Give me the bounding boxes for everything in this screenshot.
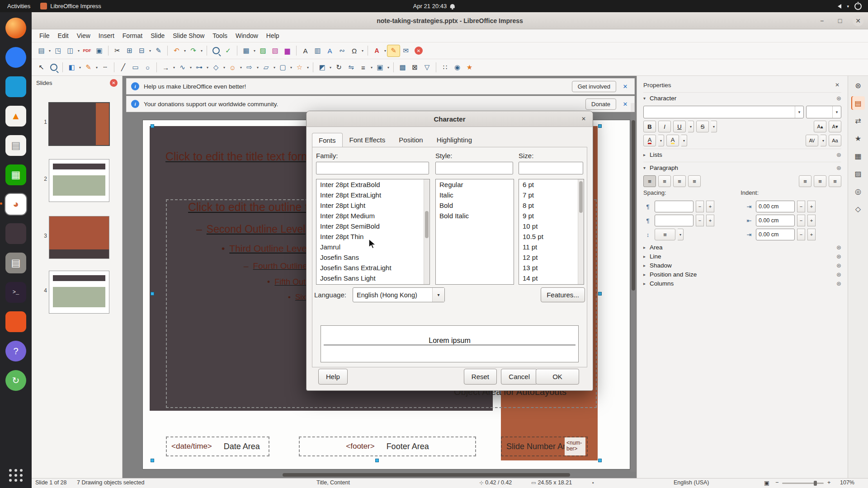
highlight-color-caret[interactable]: ▾ [681,135,687,146]
paragraph-more-options-icon[interactable]: ⊛ [836,164,841,171]
family-option[interactable]: Inter 28pt ExtraLight [316,190,429,200]
lines-arrows-icon[interactable]: → [160,62,172,73]
edit-points-icon[interactable]: ∷ [439,62,451,73]
italic-button[interactable]: I [658,121,671,132]
sidebar-navigator-icon[interactable]: ◎ [851,184,865,198]
insert-table-icon[interactable]: ▦ [240,45,252,56]
indent-after-plus[interactable]: + [807,215,816,226]
block-arrows-caret[interactable]: ▾ [255,62,260,73]
dock-vlc-icon[interactable]: ▲ [5,106,26,127]
section-position-size[interactable]: ▸ Position and Size ⊛ [643,270,841,279]
size-option[interactable]: 7 pt [519,190,584,200]
dock-help-icon[interactable]: ? [5,341,26,361]
line-color-caret[interactable]: ▾ [94,62,99,73]
strikethrough-caret[interactable]: ▾ [711,121,717,132]
stars-banners-icon[interactable]: ☆ [293,62,306,73]
get-involved-button[interactable]: Get involved [572,81,616,92]
style-option[interactable]: Bold Italic [436,211,514,221]
outline-level-2[interactable]: –Second Outline Level [196,223,305,235]
help-button[interactable]: Help [318,369,348,385]
style-option[interactable]: Italic [436,190,514,200]
indent-before-plus[interactable]: + [807,201,816,212]
maximize-button[interactable]: □ [835,15,845,26]
spacing-below-plus[interactable]: + [706,215,714,226]
family-option[interactable]: Josefin Sans ExtraLight [316,263,429,273]
dock-terminal-icon[interactable]: >_ [5,282,26,303]
underline-caret[interactable]: ▾ [688,121,694,132]
ok-button[interactable]: OK [536,369,579,385]
section-shadow[interactable]: ▸ Shadow ⊛ [643,261,841,270]
slide-1-thumbnail[interactable] [48,102,110,146]
vertical-scrollbar[interactable] [631,103,636,472]
menu-format[interactable]: Format [118,31,146,41]
reset-button[interactable]: Reset [464,369,497,385]
selection-handle[interactable] [598,459,602,462]
zoom-slider-thumb[interactable] [814,481,817,486]
curve-caret[interactable]: ▾ [189,62,193,73]
dock-impress-icon[interactable]: ◕ [5,194,26,215]
font-color-icon[interactable]: A [371,45,383,56]
zoom-slider[interactable] [782,483,824,484]
style-input[interactable] [435,162,513,174]
zoom-in-button[interactable]: + [827,479,830,486]
cancel-button[interactable]: Cancel [501,369,538,385]
size-option[interactable]: 9 pt [519,211,584,221]
arrange-caret[interactable]: ▾ [386,62,391,73]
position-size-more-options-icon[interactable]: ⊛ [836,271,841,278]
status-layout-name[interactable]: Title, Content [316,479,350,486]
callout-shapes-icon[interactable]: ▢ [277,62,289,73]
family-list-scrollbar-thumb[interactable] [425,211,429,238]
section-paragraph[interactable]: ▾ Paragraph ⊛ [643,162,841,173]
system-tray[interactable]: ▾ [835,3,868,10]
menu-help[interactable]: Help [262,31,283,41]
tab-fonts[interactable]: Fonts [312,133,343,147]
redo-caret[interactable]: ▾ [199,45,204,56]
dock-updater-icon[interactable]: ↻ [5,370,26,391]
size-option[interactable]: 14 pt [519,273,584,283]
header-footer-icon[interactable]: ▥ [311,45,324,56]
features-button[interactable]: Features... [541,287,585,302]
family-option[interactable]: Inter 28pt ExtraBold [316,179,429,190]
connector-icon[interactable]: ⊶ [193,62,205,73]
family-option[interactable]: Inter 28pt Thin [316,231,429,242]
footer-area-placeholder[interactable]: <footer> Footer Area [299,436,476,456]
size-option[interactable]: 10 pt [519,221,584,231]
block-arrows-icon[interactable]: ⇨ [243,62,255,73]
spacing-above-plus[interactable]: + [706,201,714,212]
selection-handle[interactable] [151,459,154,462]
save-caret[interactable]: ▾ [76,45,81,56]
family-list[interactable]: Inter 28pt ExtraBold Inter 28pt ExtraLig… [316,179,430,285]
title-placeholder[interactable]: Click to edit the title text format [165,150,320,163]
status-zoom-level[interactable]: 107% [840,479,854,486]
basic-shapes-caret[interactable]: ▾ [222,62,226,73]
selection-handle[interactable] [598,292,602,296]
character-spacing-button[interactable]: AV [806,135,818,146]
family-list-scrollbar[interactable] [424,179,429,284]
section-line[interactable]: ▸ Line ⊛ [643,252,841,261]
notification-1-close-icon[interactable]: ✕ [621,83,630,90]
insert-chart-icon[interactable]: ▆ [281,45,293,56]
3d-objects-icon[interactable]: ◩ [316,62,328,73]
character-spacing-caret[interactable]: ▾ [821,135,826,146]
menu-slide[interactable]: Slide [146,31,169,41]
select-tool-icon[interactable]: ↖ [35,62,47,73]
language-caret[interactable]: ▾ [432,288,444,302]
font-color-sidebar-caret[interactable]: ▾ [658,135,664,146]
language-combo[interactable]: English (Hong Kong) ▾ [353,287,445,302]
tab-position[interactable]: Position [392,132,429,147]
menu-view[interactable]: View [73,31,94,41]
sidebar-master-slides-icon[interactable]: ▦ [851,149,865,163]
status-language[interactable]: English (USA) [674,479,709,486]
font-size-caret[interactable]: ▾ [832,106,841,118]
sidebar-gallery-icon[interactable]: ▨ [851,167,865,180]
paste-caret[interactable]: ▾ [148,45,152,56]
hyperlink-icon[interactable]: ∾ [336,45,348,56]
selection-handle[interactable] [598,124,602,128]
size-option[interactable]: 13 pt [519,263,584,273]
dialog-close-icon[interactable]: ✕ [579,114,588,123]
bold-button[interactable]: B [643,121,656,132]
area-more-options-icon[interactable]: ⊛ [836,244,841,251]
underline-button[interactable]: U [673,121,686,132]
align-justify-button[interactable]: ≡ [688,175,701,187]
print-icon[interactable]: ▣ [93,45,105,56]
